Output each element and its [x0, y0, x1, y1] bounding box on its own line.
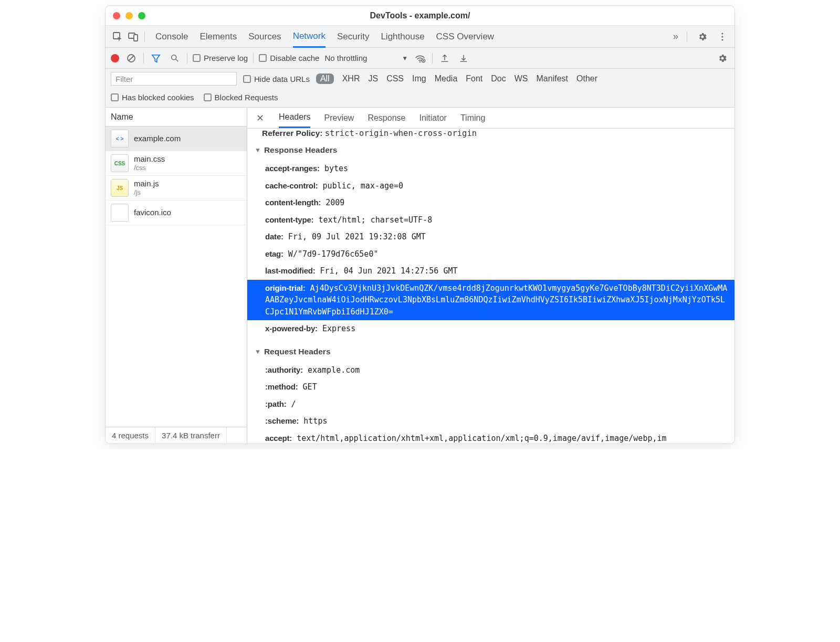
clear-icon[interactable]: [124, 51, 138, 65]
devtools-window: DevTools - example.com/ ConsoleElementsS…: [105, 5, 735, 444]
filter-type-doc[interactable]: Doc: [491, 74, 506, 83]
header-row[interactable]: cache-control: public, max-age=0: [247, 177, 734, 195]
device-toolbar-icon[interactable]: [125, 29, 141, 45]
hide-data-urls-checkbox[interactable]: Hide data URLs: [243, 75, 310, 83]
request-name: favicon.ico: [134, 208, 171, 217]
tab-security[interactable]: Security: [337, 26, 369, 47]
filter-type-js[interactable]: JS: [368, 74, 378, 83]
header-key: :path:: [265, 399, 286, 408]
caret-down-icon: ▼: [402, 55, 408, 62]
detail-tab-initiator[interactable]: Initiator: [419, 108, 446, 128]
download-har-icon[interactable]: [457, 51, 470, 65]
tab-console[interactable]: Console: [155, 26, 188, 47]
request-row[interactable]: CSSmain.css/css: [106, 151, 247, 176]
header-row[interactable]: date: Fri, 09 Jul 2021 19:32:08 GMT: [247, 228, 734, 246]
header-key: content-type:: [265, 215, 313, 224]
window-title: DevTools - example.com/: [106, 11, 734, 20]
separator: [144, 31, 145, 42]
filter-type-xhr[interactable]: XHR: [342, 74, 360, 83]
filter-type-manifest[interactable]: Manifest: [537, 74, 568, 83]
panel-settings-icon[interactable]: [716, 51, 729, 65]
has-blocked-cookies-checkbox[interactable]: Has blocked cookies: [111, 93, 194, 102]
tab-elements[interactable]: Elements: [200, 26, 237, 47]
tab-css-overview[interactable]: CSS Overview: [436, 26, 495, 47]
record-button[interactable]: [111, 54, 119, 62]
filter-row-2: Has blocked cookies Blocked Requests: [111, 92, 729, 104]
filter-placeholder: Filter: [116, 75, 133, 83]
tab-network[interactable]: Network: [293, 26, 326, 48]
filter-icon[interactable]: [149, 51, 163, 65]
header-row[interactable]: :scheme: https: [247, 413, 734, 430]
header-row[interactable]: :authority: example.com: [247, 362, 734, 379]
filter-type-css[interactable]: CSS: [386, 74, 404, 83]
detail-tab-preview[interactable]: Preview: [324, 108, 354, 128]
transfer-size: 37.4 kB transferr: [155, 427, 227, 444]
disable-cache-checkbox[interactable]: Disable cache: [259, 54, 319, 62]
inspect-element-icon[interactable]: [110, 29, 125, 45]
header-row[interactable]: origin-trial: Aj4DysCv3VjknU3jJvkDEwnQZK…: [247, 280, 734, 321]
section-title: Response Headers: [264, 145, 338, 155]
referrer-policy-row: Referrer Policy: strict-origin-when-cros…: [247, 129, 734, 140]
header-row[interactable]: :method: GET: [247, 378, 734, 396]
header-key: accept:: [265, 434, 292, 443]
request-row[interactable]: favicon.ico: [106, 201, 247, 225]
request-path: /css: [134, 164, 165, 172]
filter-type-media[interactable]: Media: [435, 74, 458, 83]
request-row[interactable]: < >example.com: [106, 127, 247, 151]
checkbox-icon: [259, 54, 267, 62]
header-row[interactable]: content-length: 2009: [247, 194, 734, 212]
settings-icon[interactable]: [695, 29, 710, 45]
detail-tabs: ✕ HeadersPreviewResponseInitiatorTiming: [247, 108, 734, 129]
blocked-requests-label: Blocked Requests: [215, 93, 278, 102]
header-key: date:: [265, 232, 284, 241]
blocked-requests-checkbox[interactable]: Blocked Requests: [204, 93, 278, 102]
header-row[interactable]: content-type: text/html; charset=UTF-8: [247, 212, 734, 229]
search-icon[interactable]: [168, 51, 182, 65]
close-detail-button[interactable]: ✕: [255, 112, 265, 124]
detail-tab-response[interactable]: Response: [368, 108, 405, 128]
main-tabbar: ConsoleElementsSourcesNetworkSecurityLig…: [106, 26, 734, 48]
tab-sources[interactable]: Sources: [248, 26, 281, 47]
minimize-window-button[interactable]: [125, 12, 133, 19]
header-row[interactable]: accept: text/html,application/xhtml+xml,…: [247, 430, 734, 444]
network-conditions-icon[interactable]: [413, 51, 427, 65]
upload-har-icon[interactable]: [438, 51, 452, 65]
filter-type-ws[interactable]: WS: [514, 74, 528, 83]
more-tabs-button[interactable]: »: [668, 29, 684, 45]
filter-type-font[interactable]: Font: [466, 74, 482, 83]
detail-tab-timing[interactable]: Timing: [460, 108, 485, 128]
checkbox-icon: [193, 54, 201, 62]
kebab-menu-icon[interactable]: [715, 29, 730, 45]
close-window-button[interactable]: [113, 12, 120, 19]
request-row[interactable]: JSmain.js/js: [106, 176, 247, 201]
detail-pane: ✕ HeadersPreviewResponseInitiatorTiming …: [247, 108, 734, 444]
header-row[interactable]: etag: W/"7d9-179d76c65e0": [247, 246, 734, 263]
disable-cache-label: Disable cache: [270, 54, 319, 62]
request-path: /js: [134, 188, 159, 197]
preserve-log-checkbox[interactable]: Preserve log: [193, 54, 248, 62]
main-tabs: ConsoleElementsSourcesNetworkSecurityLig…: [148, 26, 668, 47]
svg-point-5: [721, 39, 723, 40]
filter-type-all[interactable]: All: [316, 73, 334, 84]
header-row[interactable]: accept-ranges: bytes: [247, 160, 734, 177]
header-row[interactable]: last-modified: Fri, 04 Jun 2021 14:27:56…: [247, 262, 734, 280]
request-headers-toggle[interactable]: ▼ Request Headers: [247, 342, 734, 362]
filter-type-img[interactable]: Img: [412, 74, 426, 83]
header-key: cache-control:: [265, 181, 318, 190]
request-name: main.css: [134, 154, 165, 164]
header-key: :method:: [265, 382, 298, 391]
header-row[interactable]: x-powered-by: Express: [247, 320, 734, 338]
header-value: strict-origin-when-cross-origin: [325, 129, 477, 138]
js-file-icon: JS: [111, 179, 129, 197]
header-row[interactable]: :path: /: [247, 396, 734, 413]
header-key: content-length:: [265, 198, 321, 207]
tab-lighthouse[interactable]: Lighthouse: [381, 26, 424, 47]
filter-input[interactable]: Filter: [111, 72, 237, 86]
detail-tab-headers[interactable]: Headers: [279, 108, 310, 128]
name-column-header[interactable]: Name: [106, 108, 247, 127]
filter-type-other[interactable]: Other: [576, 74, 597, 83]
maximize-window-button[interactable]: [138, 12, 145, 19]
throttling-select[interactable]: No throttling ▼: [324, 54, 408, 62]
svg-rect-2: [134, 35, 138, 41]
response-headers-toggle[interactable]: ▼ Response Headers: [247, 140, 734, 160]
